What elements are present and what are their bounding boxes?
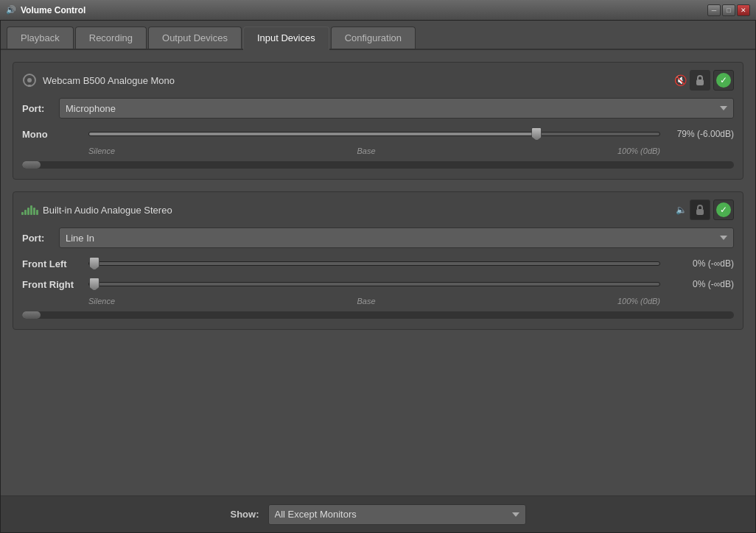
show-select[interactable]: All Except Monitors All Hardware Only xyxy=(268,504,526,525)
device-builtin: Built-in Audio Analogue Stereo 🔈 ✓ xyxy=(13,191,743,330)
volume-muted-icon: 🔇 xyxy=(674,74,687,86)
device-builtin-scrollbar[interactable] xyxy=(22,311,734,319)
close-button[interactable]: ✕ xyxy=(737,4,750,16)
webcam-icon xyxy=(22,73,37,88)
device-webcam: Webcam B500 Analogue Mono 🔇 ✓ xyxy=(13,62,743,180)
device-builtin-header: Built-in Audio Analogue Stereo 🔈 ✓ xyxy=(22,200,734,220)
tick-silence-builtin: Silence xyxy=(88,297,115,306)
svg-rect-2 xyxy=(28,85,31,87)
device-webcam-scrollbar[interactable] xyxy=(22,161,734,169)
lock-button-webcam[interactable] xyxy=(690,70,710,91)
title-bar-controls: ─ □ ✕ xyxy=(707,4,750,16)
content-area: Webcam B500 Analogue Mono 🔇 ✓ xyxy=(1,50,755,495)
device-builtin-scrollbar-thumb xyxy=(22,311,41,319)
window-title: Volume Control xyxy=(21,5,85,15)
channel-frontright-label: Front Right xyxy=(22,279,81,290)
show-label: Show: xyxy=(231,509,259,520)
tick-silence-webcam: Silence xyxy=(88,147,115,155)
device-webcam-ticks: Silence Base 100% (0dB) xyxy=(22,147,734,155)
channel-frontleft-value: 0% (-∞dB) xyxy=(668,258,734,269)
tab-bar: Playback Recording Output Devices Input … xyxy=(1,21,755,50)
device-builtin-header-left: Built-in Audio Analogue Stereo xyxy=(22,202,172,217)
device-builtin-name: Built-in Audio Analogue Stereo xyxy=(43,205,172,216)
channel-frontright-slider-wrap xyxy=(88,276,660,292)
svg-rect-3 xyxy=(696,80,704,85)
bottom-bar: Show: All Except Monitors All Hardware O… xyxy=(1,495,755,532)
tab-recording[interactable]: Recording xyxy=(75,27,147,49)
audio-bars-icon xyxy=(22,202,37,217)
device-builtin-ticks: Silence Base 100% (0dB) xyxy=(22,297,734,306)
port-select-webcam[interactable]: Microphone Line In xyxy=(59,98,734,119)
device-webcam-header: Webcam B500 Analogue Mono 🔇 ✓ xyxy=(22,70,734,91)
enable-button-webcam[interactable]: ✓ xyxy=(713,70,734,91)
device-webcam-header-left: Webcam B500 Analogue Mono xyxy=(22,73,175,88)
volume-icon-builtin: 🔈 xyxy=(676,205,687,215)
minimize-button[interactable]: ─ xyxy=(707,4,721,16)
enable-button-builtin[interactable]: ✓ xyxy=(713,200,734,220)
device-webcam-scrollbar-thumb xyxy=(22,161,41,169)
channel-frontright-row: Front Right 0% (-∞dB) xyxy=(22,276,734,292)
device-webcam-port-row: Port: Microphone Line In xyxy=(22,98,734,119)
channel-mono-label: Mono xyxy=(22,129,81,140)
maximize-button[interactable]: □ xyxy=(722,4,735,16)
tab-output-devices[interactable]: Output Devices xyxy=(148,27,242,49)
device-webcam-name: Webcam B500 Analogue Mono xyxy=(43,75,175,86)
channel-frontleft-label: Front Left xyxy=(22,258,81,269)
channel-mono-row: Mono 79% (-6.00dB) xyxy=(22,126,734,142)
channel-mono-value: 79% (-6.00dB) xyxy=(668,129,734,139)
tab-input-devices[interactable]: Input Devices xyxy=(243,27,329,50)
title-bar: 🔊 Volume Control ─ □ ✕ xyxy=(0,0,756,21)
svg-rect-4 xyxy=(696,209,704,215)
channel-frontright-slider[interactable] xyxy=(88,282,660,286)
device-webcam-controls: 🔇 ✓ xyxy=(674,70,734,91)
check-circle-webcam: ✓ xyxy=(716,73,731,88)
device-builtin-controls: 🔈 ✓ xyxy=(676,200,734,220)
title-bar-left: 🔊 Volume Control xyxy=(6,5,85,15)
lock-button-builtin[interactable] xyxy=(690,200,710,220)
tab-playback[interactable]: Playback xyxy=(7,27,74,49)
tab-configuration[interactable]: Configuration xyxy=(331,27,416,49)
main-window: Playback Recording Output Devices Input … xyxy=(0,21,756,533)
device-builtin-port-row: Port: Line In Microphone xyxy=(22,227,734,248)
channel-mono-slider[interactable] xyxy=(88,132,660,136)
channel-frontright-value: 0% (-∞dB) xyxy=(668,279,734,289)
tick-100-builtin: 100% (0dB) xyxy=(617,297,660,306)
check-circle-builtin: ✓ xyxy=(716,202,731,217)
port-label-webcam: Port: xyxy=(22,103,52,114)
port-label-builtin: Port: xyxy=(22,233,52,244)
svg-point-1 xyxy=(27,78,32,82)
tick-base-builtin: Base xyxy=(357,297,375,306)
channel-frontleft-slider[interactable] xyxy=(88,261,660,266)
channel-frontleft-row: Front Left 0% (-∞dB) xyxy=(22,255,734,272)
port-select-builtin[interactable]: Line In Microphone xyxy=(59,227,734,248)
channel-mono-slider-wrap xyxy=(88,126,660,142)
channel-frontleft-slider-wrap xyxy=(88,255,660,272)
tick-base-webcam: Base xyxy=(357,147,375,155)
tick-100-webcam: 100% (0dB) xyxy=(617,147,660,155)
